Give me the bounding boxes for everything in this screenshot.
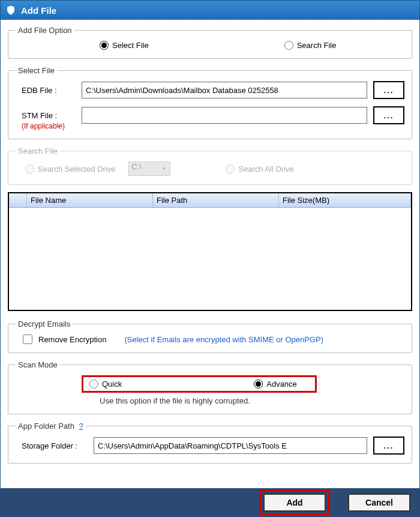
table-header: File Name File Path File Size(MB)	[9, 193, 411, 208]
shield-icon	[5, 5, 16, 16]
add-button-highlight: Add	[259, 489, 330, 516]
edb-browse-button[interactable]: ...	[373, 81, 404, 99]
table-body	[9, 208, 411, 310]
col-filesize[interactable]: File Size(MB)	[279, 193, 411, 207]
search-file-group: Search File Search Selected Drive C:\ ⌄ …	[8, 147, 412, 185]
search-file-label: Search File	[297, 41, 337, 50]
select-file-legend: Select File	[16, 66, 57, 75]
scan-legend: Scan Mode	[16, 360, 60, 369]
select-file-radio[interactable]	[100, 41, 109, 50]
search-all-drive-radio	[226, 165, 235, 174]
stm-browse-button[interactable]: ...	[373, 106, 404, 124]
scan-mode-highlight: Quick Advance	[82, 375, 317, 393]
add-file-option-group: Add File Option Select File Search File	[8, 26, 412, 59]
storage-browse-button[interactable]: ...	[373, 437, 404, 455]
drive-select: C:\ ⌄	[128, 162, 170, 176]
app-folder-legend: App Folder Path ?	[16, 422, 86, 431]
window-title: Add File	[21, 5, 56, 16]
storage-folder-input[interactable]	[94, 437, 367, 454]
app-folder-group: App Folder Path ? Storage Folder : ...	[8, 422, 412, 464]
search-file-legend: Search File	[16, 147, 60, 156]
file-table: File Name File Path File Size(MB)	[8, 192, 412, 311]
advance-label: Advance	[266, 379, 297, 389]
search-all-drive-label: Search All Drive	[238, 165, 293, 174]
quick-label: Quick	[102, 379, 122, 389]
search-selected-drive-label: Search Selected Drive	[38, 165, 115, 174]
search-file-radio[interactable]	[284, 41, 293, 50]
app-folder-legend-text: App Folder Path	[18, 422, 74, 431]
stm-input[interactable]	[82, 107, 367, 124]
edb-input[interactable]	[82, 82, 367, 98]
scan-mode-group: Scan Mode Quick Advance Use this option …	[8, 360, 412, 414]
decrypt-hint: (Select if Emails are encrypted with SMI…	[124, 335, 323, 344]
edb-label: EDB File :	[16, 86, 76, 95]
stm-label: STM File :	[16, 111, 76, 120]
add-button[interactable]: Add	[263, 494, 326, 512]
decrypt-emails-group: Decrypt Emails Remove Encryption (Select…	[8, 319, 412, 353]
quick-radio[interactable]	[89, 379, 98, 389]
add-file-option-legend: Add File Option	[16, 26, 74, 35]
titlebar: Add File	[1, 1, 419, 20]
col-filepath[interactable]: File Path	[153, 193, 279, 207]
chevron-down-icon: ⌄	[161, 162, 167, 171]
decrypt-legend: Decrypt Emails	[16, 319, 73, 328]
cancel-button[interactable]: Cancel	[348, 494, 410, 512]
storage-folder-label: Storage Folder :	[16, 441, 88, 450]
footer: Add Cancel	[0, 488, 420, 517]
remove-encryption-checkbox[interactable]	[23, 334, 32, 344]
col-checkbox	[9, 193, 27, 207]
col-filename[interactable]: File Name	[27, 193, 153, 207]
advance-radio[interactable]	[254, 379, 263, 389]
select-file-label: Select File	[112, 41, 149, 50]
drive-value: C:\	[131, 162, 142, 171]
scan-note: Use this option if the file is highly co…	[100, 396, 404, 405]
remove-encryption-label: Remove Encryption	[38, 335, 106, 344]
help-icon[interactable]: ?	[79, 422, 83, 431]
select-file-group: Select File EDB File : ... STM File : ..…	[8, 66, 412, 139]
search-selected-drive-radio	[25, 165, 34, 174]
